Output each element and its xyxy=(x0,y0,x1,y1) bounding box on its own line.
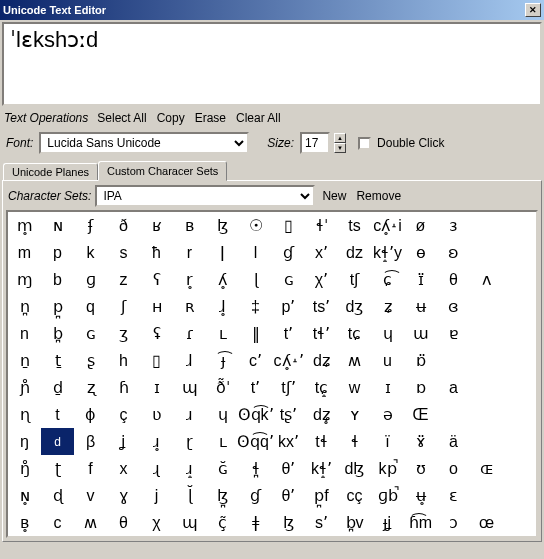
char-cell[interactable]: ɹ̥ xyxy=(140,428,173,455)
char-cell[interactable]: ɲ̊ xyxy=(8,374,41,401)
char-cell[interactable]: ɺ xyxy=(173,347,206,374)
char-cell[interactable]: b̪ xyxy=(41,320,74,347)
character-set-select[interactable]: IPA xyxy=(95,185,315,207)
char-cell[interactable]: ɠ xyxy=(272,239,305,266)
char-cell[interactable]: ɥ xyxy=(371,320,404,347)
char-cell[interactable]: ɬ xyxy=(338,428,371,455)
char-cell[interactable]: ɤ̈ xyxy=(404,428,437,455)
char-cell[interactable]: tʼ xyxy=(239,374,272,401)
char-cell[interactable]: b xyxy=(41,266,74,293)
char-cell[interactable]: ɮ̪ xyxy=(206,482,239,509)
char-cell[interactable]: ɔ xyxy=(437,509,470,536)
char-cell[interactable]: ʍ xyxy=(74,509,107,536)
char-cell[interactable]: ʈ xyxy=(41,455,74,482)
text-editor[interactable]: ˈlɛkshɔːd xyxy=(2,22,542,106)
char-cell[interactable]: ç xyxy=(107,401,140,428)
char-cell[interactable]: j xyxy=(140,482,173,509)
char-cell[interactable]: ɕ͡ xyxy=(371,266,404,293)
char-cell[interactable]: ǀ xyxy=(206,239,239,266)
char-cell[interactable]: ɰ xyxy=(173,509,206,536)
char-cell[interactable]: ʘq͡qʼ xyxy=(239,428,272,455)
char-cell[interactable]: w xyxy=(338,374,371,401)
char-cell[interactable]: ʍ xyxy=(338,347,371,374)
char-cell[interactable]: ɴ xyxy=(41,212,74,239)
char-cell[interactable]: ɖ xyxy=(41,482,74,509)
char-cell[interactable]: ʚ xyxy=(437,239,470,266)
char-cell[interactable]: u xyxy=(371,347,404,374)
char-cell[interactable]: ɹ̝ xyxy=(173,455,206,482)
spin-down-icon[interactable]: ▼ xyxy=(334,143,346,153)
char-cell[interactable]: ɪ xyxy=(371,374,404,401)
char-cell[interactable]: z xyxy=(107,266,140,293)
char-cell[interactable]: ä xyxy=(437,428,470,455)
char-cell[interactable]: tɬ xyxy=(305,428,338,455)
char-cell[interactable]: k xyxy=(74,239,107,266)
char-cell[interactable]: ð xyxy=(107,212,140,239)
char-cell[interactable]: ŋ̊ xyxy=(8,455,41,482)
char-cell[interactable]: ʕ xyxy=(140,266,173,293)
char-cell[interactable]: tɕ̝ xyxy=(305,374,338,401)
char-cell[interactable]: tʂʼ xyxy=(272,401,305,428)
char-cell[interactable]: ṯ xyxy=(41,347,74,374)
char-cell[interactable]: ð̃ˈ xyxy=(206,374,239,401)
char-cell[interactable]: ʎ̥ xyxy=(206,266,239,293)
char-cell[interactable]: kɬ̝ʼy xyxy=(371,239,404,266)
char-cell[interactable]: c xyxy=(41,509,74,536)
char-cell[interactable]: ʄ xyxy=(74,212,107,239)
char-cell[interactable]: t xyxy=(41,401,74,428)
char-cell[interactable]: cʼ xyxy=(239,347,272,374)
char-cell[interactable]: θ xyxy=(107,509,140,536)
char-cell[interactable]: ɥ xyxy=(206,401,239,428)
char-cell[interactable]: r̥ xyxy=(173,266,206,293)
char-cell[interactable]: a xyxy=(437,374,470,401)
select-all-button[interactable]: Select All xyxy=(94,110,149,126)
char-cell[interactable]: ɢ̆ xyxy=(206,455,239,482)
char-cell[interactable]: p̪f xyxy=(305,482,338,509)
char-cell[interactable]: d xyxy=(41,428,74,455)
char-cell[interactable]: ʝ xyxy=(107,428,140,455)
char-cell[interactable]: ɐ xyxy=(437,320,470,347)
char-cell[interactable]: ɱ xyxy=(8,266,41,293)
clear-all-button[interactable]: Clear All xyxy=(233,110,284,126)
char-cell[interactable]: ɣ xyxy=(107,482,140,509)
char-cell[interactable]: m̥ xyxy=(8,212,41,239)
char-cell[interactable]: tsʼ xyxy=(305,293,338,320)
char-cell[interactable]: ‖ xyxy=(239,320,272,347)
char-cell[interactable]: ɸ xyxy=(74,401,107,428)
char-cell[interactable]: ɻ xyxy=(140,455,173,482)
char-cell[interactable]: ʑ xyxy=(371,293,404,320)
char-cell[interactable]: ø xyxy=(404,212,437,239)
char-cell[interactable]: tɕ xyxy=(338,320,371,347)
char-cell[interactable]: ɶ xyxy=(470,455,503,482)
char-cell[interactable]: ŋ xyxy=(8,428,41,455)
char-cell[interactable]: ɮ xyxy=(206,212,239,239)
char-cell[interactable]: ɾ xyxy=(173,320,206,347)
char-cell[interactable]: ɬ̪ xyxy=(239,455,272,482)
char-cell[interactable]: ɭ̆ xyxy=(173,482,206,509)
char-cell[interactable]: ʉ̥ xyxy=(404,482,437,509)
char-cell[interactable]: Œ xyxy=(404,401,437,428)
char-cell[interactable]: ‡ xyxy=(239,293,272,320)
char-cell[interactable]: ʊ xyxy=(404,455,437,482)
char-cell[interactable]: n xyxy=(8,320,41,347)
char-cell[interactable]: p̪ xyxy=(41,293,74,320)
close-button[interactable]: ✕ xyxy=(525,3,541,17)
double-click-checkbox[interactable] xyxy=(358,137,371,150)
char-cell[interactable]: θʼ xyxy=(272,455,305,482)
char-cell[interactable]: ʟ xyxy=(206,428,239,455)
size-input[interactable] xyxy=(300,132,330,154)
char-cell[interactable]: o xyxy=(437,455,470,482)
char-cell[interactable]: q xyxy=(74,293,107,320)
copy-button[interactable]: Copy xyxy=(154,110,188,126)
char-cell[interactable]: ï xyxy=(371,428,404,455)
char-cell[interactable]: tʼ xyxy=(272,320,305,347)
char-cell[interactable]: ɭ xyxy=(239,266,272,293)
erase-button[interactable]: Erase xyxy=(192,110,229,126)
char-cell[interactable]: kɬ̝ʼ xyxy=(305,455,338,482)
char-cell[interactable]: ʢ xyxy=(140,320,173,347)
char-cell[interactable]: ʉ xyxy=(404,293,437,320)
char-cell[interactable]: dʒ xyxy=(338,293,371,320)
char-cell[interactable]: ħ xyxy=(140,239,173,266)
char-cell[interactable]: ɯ xyxy=(404,320,437,347)
char-cell[interactable]: ɢ xyxy=(272,266,305,293)
